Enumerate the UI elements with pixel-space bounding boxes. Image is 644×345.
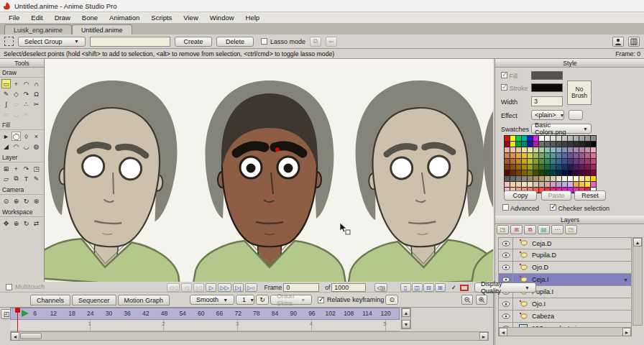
palette-color-1-2[interactable]	[516, 142, 521, 147]
playback-start-marker[interactable]	[22, 310, 29, 317]
stroke-checkbox[interactable]	[501, 84, 507, 91]
palette-color-7-11[interactable]	[568, 176, 573, 181]
palette-color-2-11[interactable]	[568, 147, 573, 152]
palette-color-3-9[interactable]	[556, 153, 561, 158]
palette-color-6-10[interactable]	[562, 170, 567, 175]
palette-color-3-15[interactable]	[591, 153, 596, 158]
scroll-up-arrow[interactable]: ▲	[402, 308, 410, 317]
layer-visibility-toggle[interactable]	[499, 262, 513, 273]
palette-color-7-3[interactable]	[522, 176, 527, 181]
scissors-icon[interactable]: ✂	[32, 99, 41, 109]
palette-color-0-3[interactable]	[522, 136, 527, 141]
palette-color-1-1[interactable]	[510, 142, 515, 147]
palette-color-3-4[interactable]	[528, 153, 533, 158]
palette-color-7-14[interactable]	[585, 176, 590, 181]
palette-color-4-9[interactable]	[556, 159, 561, 164]
safe-zone-icon[interactable]	[460, 285, 469, 291]
current-frame-input[interactable]	[283, 283, 319, 292]
palette-color-8-9[interactable]	[556, 182, 561, 187]
document-tab-luisk-eng-anime[interactable]: Luisk_eng.anime	[4, 24, 72, 34]
paint-bucket-icon[interactable]: ◊	[22, 132, 31, 141]
layers-horizontal-scrollbar[interactable]: ◄ ►	[498, 327, 632, 336]
palette-color-3-3[interactable]	[522, 153, 527, 158]
palette-color-4-8[interactable]	[551, 159, 556, 164]
palette-color-2-4[interactable]	[528, 147, 533, 152]
stroke-width-input[interactable]	[531, 96, 563, 106]
palette-color-1-13[interactable]	[579, 142, 584, 147]
scroll-left-arrow[interactable]: ◄	[11, 332, 19, 341]
duplicate-layer-icon[interactable]: ⧉	[12, 174, 21, 183]
layer-visibility-toggle[interactable]	[499, 238, 513, 249]
menu-item-scripts[interactable]: Scripts	[145, 12, 178, 23]
palette-color-7-12[interactable]	[574, 176, 579, 181]
palette-color-8-4[interactable]	[528, 182, 533, 187]
palette-color-6-12[interactable]	[574, 170, 579, 175]
layer-row-ojo-d[interactable]: Ojo.D	[498, 262, 632, 274]
gradient-icon[interactable]: ◍	[32, 142, 41, 151]
effect-dropdown[interactable]: <plain>▼	[531, 110, 564, 120]
palette-color-1-4[interactable]	[528, 142, 533, 147]
palette-color-0-6[interactable]	[539, 136, 544, 141]
translate-points-icon[interactable]: +	[12, 79, 21, 88]
palette-color-4-5[interactable]	[533, 159, 538, 164]
palette-color-6-0[interactable]	[505, 170, 510, 175]
palette-color-1-14[interactable]	[585, 142, 590, 147]
palette-color-0-0[interactable]	[505, 136, 510, 141]
palette-color-4-4[interactable]	[528, 159, 533, 164]
text-icon[interactable]: T	[22, 174, 31, 183]
fast-forward-button[interactable]: ▷▷	[218, 283, 231, 292]
palette-color-6-2[interactable]	[516, 170, 521, 175]
palette-color-2-5[interactable]	[533, 147, 538, 152]
palette-color-1-10[interactable]	[562, 142, 567, 147]
palette-color-7-10[interactable]	[562, 176, 567, 181]
scale-points-icon[interactable]: ◠	[22, 79, 31, 88]
delete-button[interactable]: Delete	[216, 37, 254, 47]
palette-color-3-2[interactable]	[516, 153, 521, 158]
curve-profile-icon[interactable]: ◡	[22, 142, 31, 151]
zoom-camera-icon[interactable]: ⊕	[12, 196, 21, 206]
loop-button[interactable]: ▷○	[245, 283, 257, 292]
palette-color-8-15[interactable]	[591, 182, 596, 187]
new-layer-button[interactable]: ◳	[497, 225, 509, 234]
create-button[interactable]: Create	[175, 37, 212, 47]
tab-motion-graph[interactable]: Motion Graph	[118, 295, 170, 305]
palette-color-2-15[interactable]	[591, 147, 596, 152]
onion-skins-dropdown[interactable]: Onion Skins▼	[270, 295, 312, 305]
palette-color-7-9[interactable]	[556, 176, 561, 181]
delete-layer-button[interactable]: ▤	[538, 225, 550, 234]
palette-color-6-3[interactable]	[522, 170, 527, 175]
scatter-brush-icon[interactable]: ∴	[22, 99, 31, 109]
palette-color-6-8[interactable]	[551, 170, 556, 175]
palette-color-6-13[interactable]	[579, 170, 584, 175]
palette-color-3-6[interactable]	[539, 153, 544, 158]
palette-color-8-12[interactable]	[574, 182, 579, 187]
pan-workspace-icon[interactable]: ✥	[1, 218, 11, 228]
timeline-horizontal-scrollbar[interactable]: ◄ ►	[10, 331, 489, 341]
pan-tilt-camera-icon[interactable]: ⊛	[32, 196, 41, 206]
play-button[interactable]: ▷	[206, 283, 216, 292]
palette-color-4-0[interactable]	[505, 159, 510, 164]
palette-color-4-6[interactable]	[539, 159, 544, 164]
drawing-canvas[interactable]	[45, 59, 493, 282]
layer-visibility-toggle[interactable]	[499, 298, 513, 310]
palette-color-5-5[interactable]	[533, 165, 538, 170]
palette-color-6-15[interactable]	[591, 170, 596, 175]
palette-color-7-0[interactable]	[505, 176, 510, 181]
palette-color-5-9[interactable]	[556, 165, 561, 170]
menu-item-draw[interactable]: Draw	[49, 12, 76, 23]
palette-color-1-6[interactable]	[539, 142, 544, 147]
palette-color-8-8[interactable]	[551, 182, 556, 187]
palette-color-5-3[interactable]	[522, 165, 527, 170]
swatches-dropdown[interactable]: Basic Colors.png▼	[531, 124, 592, 134]
layers-vertical-scrollbar[interactable]: ▲	[632, 237, 643, 326]
layer-visibility-toggle[interactable]	[499, 249, 513, 261]
palette-color-6-7[interactable]	[545, 170, 550, 175]
palette-color-3-1[interactable]	[510, 153, 515, 158]
palette-color-2-7[interactable]	[545, 147, 550, 152]
palette-color-1-0[interactable]	[505, 142, 510, 147]
cycle-keyframe-button[interactable]: ↻	[256, 295, 269, 305]
scroll-down-arrow[interactable]: ▼	[402, 320, 410, 328]
select-points-icon[interactable]: ▭	[1, 79, 11, 88]
palette-color-8-5[interactable]	[533, 182, 538, 187]
palette-color-1-3[interactable]	[522, 142, 527, 147]
